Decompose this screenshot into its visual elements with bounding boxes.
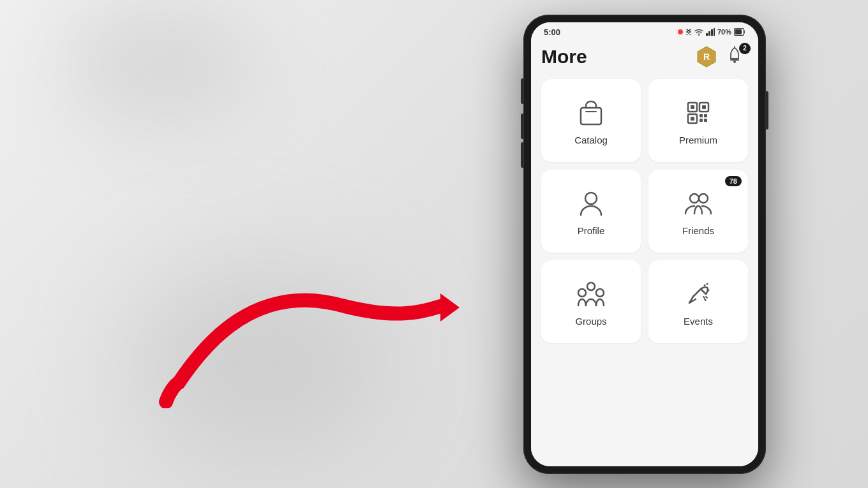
svg-point-22 (585, 193, 597, 204)
status-time: 5:00 (544, 27, 560, 37)
header-icons: R 2 (694, 45, 748, 69)
svg-rect-13 (691, 105, 694, 109)
events-label: Events (684, 316, 713, 327)
battery-level: 70% (717, 28, 731, 36)
wifi-icon (694, 28, 703, 36)
menu-grid: Catalog (541, 79, 748, 343)
menu-item-profile[interactable]: Profile (541, 170, 641, 253)
svg-point-27 (596, 289, 604, 297)
signal-icon (706, 28, 715, 36)
battery-icon (734, 28, 745, 36)
svg-rect-4 (714, 28, 715, 36)
menu-item-events[interactable]: Events (648, 260, 748, 343)
status-icons: 70% (678, 27, 745, 36)
svg-rect-18 (700, 114, 703, 117)
status-bar: 5:00 (531, 22, 758, 40)
menu-item-catalog[interactable]: Catalog (541, 79, 641, 162)
groups-label: Groups (575, 316, 606, 327)
svg-point-28 (704, 285, 706, 286)
friends-icon (683, 188, 714, 219)
svg-point-9 (733, 61, 736, 63)
svg-rect-6 (735, 29, 742, 34)
robux-hex-svg: R (695, 45, 718, 68)
svg-point-25 (587, 283, 595, 290)
bg-blur-1 (64, 0, 255, 128)
svg-point-29 (708, 290, 710, 292)
svg-rect-3 (711, 29, 713, 36)
app-header: More R (541, 40, 748, 79)
svg-rect-19 (704, 114, 707, 117)
app-content: More R (531, 40, 758, 466)
groups-icon (576, 279, 606, 309)
phone-container: 5:00 (421, 0, 868, 488)
bg-blur-2 (128, 265, 383, 456)
phone-screen: 5:00 (531, 22, 758, 466)
svg-rect-11 (581, 108, 601, 124)
robux-icon[interactable]: R (694, 45, 719, 69)
svg-point-26 (578, 289, 586, 297)
notification-bell-wrapper[interactable]: 2 (725, 45, 748, 68)
svg-rect-21 (704, 119, 707, 122)
menu-item-premium[interactable]: Premium (648, 79, 748, 162)
svg-rect-17 (691, 117, 694, 121)
svg-text:R: R (703, 52, 710, 62)
svg-point-24 (699, 194, 708, 203)
svg-rect-1 (706, 33, 708, 36)
friends-label: Friends (682, 225, 714, 236)
premium-icon (683, 98, 714, 128)
bluetooth-icon (685, 27, 692, 36)
menu-item-friends[interactable]: 78 Friends (648, 170, 748, 253)
events-icon (683, 279, 714, 309)
svg-rect-20 (700, 119, 703, 122)
recording-dot (678, 29, 683, 34)
profile-label: Profile (578, 225, 605, 236)
person-icon (576, 188, 606, 219)
menu-item-groups[interactable]: Groups (541, 260, 641, 343)
svg-rect-2 (708, 31, 710, 36)
svg-rect-15 (702, 105, 706, 109)
notification-badge: 2 (739, 43, 751, 54)
catalog-label: Catalog (574, 135, 608, 145)
shopping-bag-icon (576, 98, 606, 128)
page-title: More (541, 46, 587, 68)
friends-badge: 78 (725, 176, 742, 186)
svg-point-23 (690, 194, 699, 203)
phone-frame: 5:00 (523, 15, 766, 474)
svg-point-30 (707, 283, 708, 285)
premium-label: Premium (679, 135, 717, 145)
